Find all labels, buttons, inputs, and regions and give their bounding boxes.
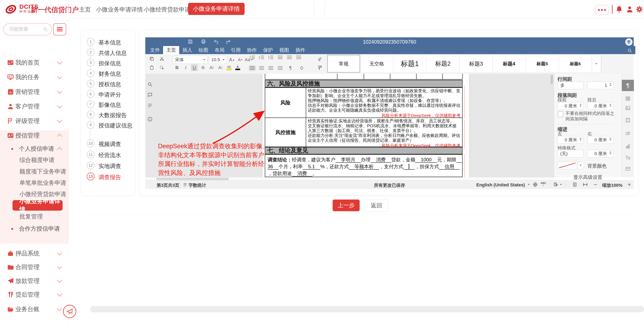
track-changes-icon[interactable] bbox=[554, 182, 558, 187]
sidebar-item-single-batch[interactable]: 单笔单批业务申请 bbox=[0, 177, 68, 189]
settings-gear-icon[interactable] bbox=[636, 6, 643, 13]
font-size-select[interactable]: 10.5 bbox=[209, 56, 227, 64]
editor-tab-protection[interactable]: 保护 bbox=[260, 46, 276, 54]
print-icon[interactable] bbox=[201, 39, 206, 44]
step-6-circle[interactable]: 6 bbox=[87, 90, 94, 98]
line-spacing-icon[interactable] bbox=[296, 56, 301, 59]
copy-icon[interactable] bbox=[148, 55, 155, 62]
clear-format-icon[interactable] bbox=[316, 56, 323, 63]
shading-icon[interactable] bbox=[298, 65, 305, 72]
select-icon[interactable] bbox=[158, 64, 165, 71]
text-art-panel-tab[interactable]: Ta bbox=[625, 155, 630, 160]
vertical-scrollbar-thumb[interactable] bbox=[550, 75, 553, 84]
background-color-swatch[interactable] bbox=[558, 162, 577, 169]
indent-left-stepper[interactable]: 0 厘米 bbox=[558, 136, 584, 144]
back-button[interactable]: 返回 bbox=[364, 199, 388, 212]
fit-page-icon[interactable] bbox=[572, 182, 577, 187]
fit-width-icon[interactable] bbox=[583, 182, 588, 187]
image-panel-tab[interactable] bbox=[625, 105, 630, 111]
step-10-circle[interactable]: 10 bbox=[87, 140, 94, 147]
style-no-spacing[interactable]: 无空格 bbox=[360, 55, 393, 73]
special-format-select[interactable]: (无) bbox=[558, 150, 584, 158]
sidebar-search-input[interactable] bbox=[8, 26, 42, 32]
numbered-list-icon[interactable] bbox=[259, 56, 264, 59]
notifications-bell-icon[interactable] bbox=[615, 5, 623, 13]
mail-merge-panel-tab[interactable] bbox=[625, 166, 630, 171]
special-format-stepper[interactable]: 0 厘米 bbox=[588, 150, 613, 158]
step-4-circle[interactable]: 4 bbox=[87, 69, 94, 77]
sidebar-collapse-button[interactable] bbox=[53, 23, 66, 35]
step-5-circle[interactable]: 5 bbox=[87, 80, 94, 87]
undo-icon[interactable] bbox=[214, 39, 219, 44]
sidebar-item-personal-credit[interactable]: 个人授信申请 bbox=[0, 143, 68, 154]
advanced-settings-link[interactable]: 显示高级设置 bbox=[554, 174, 622, 181]
pilcrow-icon[interactable]: ¶ bbox=[287, 65, 294, 72]
bullet-list-icon[interactable] bbox=[250, 56, 255, 59]
footer-scrollbar[interactable] bbox=[90, 306, 644, 312]
spellcheck-icon[interactable]: ABC✓ bbox=[540, 182, 546, 187]
line-spacing-select[interactable]: 多 bbox=[558, 82, 584, 89]
horizontal-scrollbar-thumb[interactable] bbox=[156, 178, 229, 180]
step-3-circle[interactable]: 3 bbox=[87, 59, 94, 67]
step-12-label[interactable]: 实地调查 bbox=[98, 162, 121, 170]
align-center-icon[interactable] bbox=[259, 67, 264, 70]
step-8-circle[interactable]: 8 bbox=[87, 111, 94, 118]
style-heading4[interactable]: 标题4 bbox=[493, 55, 526, 73]
editor-tab-references[interactable]: 引用 bbox=[228, 46, 244, 54]
step-11-label[interactable]: 经营流水 bbox=[98, 151, 121, 159]
sidebar-item-partner-credit[interactable]: 合作方授信申请 bbox=[0, 223, 68, 234]
table-panel-tab[interactable] bbox=[625, 96, 630, 101]
horizontal-scrollbar-track[interactable] bbox=[145, 177, 554, 181]
sidebar-item-my-tasks[interactable]: 我的任务 bbox=[0, 72, 68, 83]
prev-step-button[interactable]: 上一步 bbox=[332, 199, 360, 211]
editor-search-icon[interactable] bbox=[627, 48, 632, 53]
step-11-circle[interactable]: 11 bbox=[87, 151, 94, 158]
save-icon[interactable] bbox=[188, 39, 193, 44]
step-9-circle[interactable]: 9 bbox=[87, 121, 94, 129]
sidebar-item-contracts[interactable]: 合同管理 bbox=[0, 261, 68, 273]
sidebar-item-credit[interactable]: 授信管理 bbox=[0, 130, 68, 141]
editor-tab-view[interactable]: 视图 bbox=[276, 46, 292, 54]
font-name-select[interactable]: 宋体 bbox=[173, 56, 208, 64]
step-2-circle[interactable]: 2 bbox=[87, 49, 94, 56]
style-heading1[interactable]: 标题1 bbox=[393, 55, 426, 73]
zoom-level[interactable]: 缩放100% bbox=[602, 182, 622, 188]
sidebar-item-micro-detail-active[interactable]: 小微业务申请详情 bbox=[12, 200, 62, 211]
globe-icon[interactable] bbox=[533, 182, 538, 187]
sidebar-item-customers[interactable]: 客户管理 bbox=[0, 101, 68, 112]
superscript-icon[interactable]: A2 bbox=[208, 64, 215, 71]
sidebar-item-approval-mgmt[interactable]: 批复管理 bbox=[0, 211, 68, 222]
editor-user-avatar[interactable]: 李 bbox=[625, 38, 632, 46]
step-13-circle[interactable]: 13 bbox=[87, 173, 94, 180]
chart-panel-tab[interactable] bbox=[625, 144, 630, 149]
increase-font-icon[interactable]: A▲ bbox=[228, 56, 235, 63]
sidebar-item-marketing[interactable]: 营销管理 bbox=[0, 86, 68, 98]
align-left-icon[interactable] bbox=[250, 67, 255, 70]
cut-icon[interactable] bbox=[158, 55, 165, 62]
subscript-icon[interactable]: A2 bbox=[217, 64, 224, 71]
step-1-circle[interactable]: 1 bbox=[87, 38, 94, 46]
font-color-icon[interactable]: A bbox=[234, 64, 241, 71]
editor-tab-plugins[interactable]: 插件 bbox=[292, 46, 308, 54]
user-profile-icon[interactable] bbox=[626, 5, 634, 13]
no-gap-checkbox[interactable] bbox=[558, 112, 563, 117]
sidebar-item-disbursement[interactable]: 放款管理 bbox=[0, 275, 68, 286]
style-normal[interactable]: 常规 bbox=[327, 55, 360, 73]
format-painter-icon[interactable] bbox=[316, 64, 323, 71]
step-2-label[interactable]: 共借人信息 bbox=[98, 49, 127, 57]
multilevel-list-icon[interactable] bbox=[268, 56, 273, 59]
align-right-icon[interactable] bbox=[268, 67, 273, 70]
assistant-float-button[interactable] bbox=[63, 305, 76, 318]
justify-icon[interactable] bbox=[278, 67, 282, 70]
paste-icon[interactable] bbox=[148, 64, 155, 71]
step-9-label[interactable]: 授信建议信息 bbox=[98, 122, 132, 129]
step-8-label[interactable]: 大数据报告 bbox=[98, 112, 127, 119]
step-6-label[interactable]: 申请评分 bbox=[98, 91, 121, 99]
spacing-after-stepper[interactable]: 0 厘米 bbox=[588, 102, 613, 110]
style-heading2[interactable]: 标题2 bbox=[426, 55, 460, 73]
background-color-dropdown[interactable] bbox=[577, 162, 584, 169]
style-heading3[interactable]: 标题3 bbox=[460, 55, 493, 73]
spacing-before-stepper[interactable]: 0 厘米 bbox=[558, 102, 584, 110]
sidebar-item-collateral[interactable]: 押品系统 bbox=[0, 248, 68, 259]
editor-tab-collaboration[interactable]: 协作 bbox=[244, 46, 260, 54]
